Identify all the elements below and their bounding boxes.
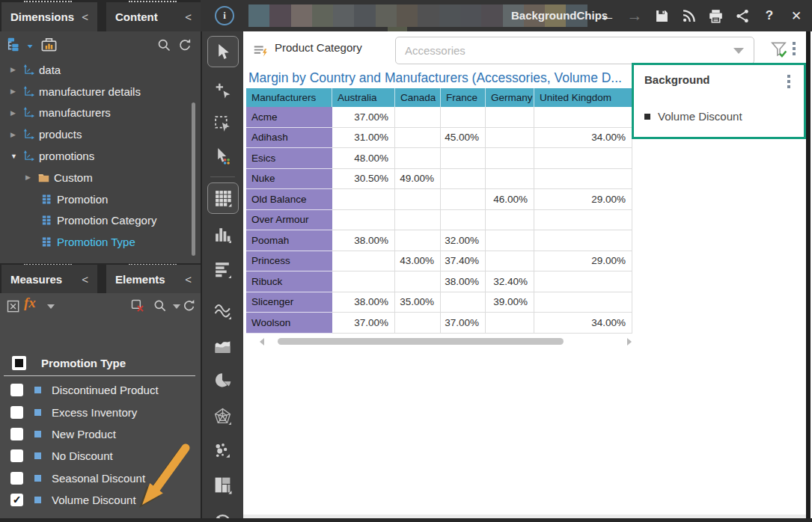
column-header[interactable]: France (441, 88, 486, 107)
row-header[interactable]: Slicenger (246, 292, 332, 313)
collapse-chevron-icon[interactable]: < (82, 10, 88, 23)
highlight-select-tool[interactable] (207, 141, 237, 171)
tab-dimensions[interactable]: Dimensions < (1, 2, 97, 31)
element-item-seasonal-discount[interactable]: Seasonal Discount (0, 467, 201, 489)
close-icon[interactable]: ✕ (787, 6, 805, 25)
table-cell[interactable]: 37.00% (332, 107, 395, 128)
table-cell[interactable] (332, 251, 395, 272)
table-cell[interactable] (486, 148, 534, 169)
table-cell[interactable] (441, 292, 486, 313)
row-header[interactable]: Over Armour (246, 210, 332, 231)
tree-item-products[interactable]: ▶products (0, 123, 192, 145)
save-icon[interactable] (653, 6, 671, 25)
chevron-down-icon[interactable] (733, 48, 744, 54)
table-cell[interactable]: 46.00% (486, 189, 534, 210)
table-cell[interactable]: 30.50% (332, 169, 395, 190)
table-cell[interactable] (395, 271, 441, 292)
legend-item[interactable]: Volume Discount (644, 110, 742, 123)
table-cell[interactable]: 38.00% (332, 230, 395, 251)
tree-scrollbar[interactable] (192, 102, 195, 256)
table-cell[interactable]: 29.00% (534, 251, 632, 272)
tab-measures[interactable]: Measures < (1, 265, 97, 293)
table-cell[interactable]: 37.40% (441, 251, 486, 272)
table-cell[interactable] (534, 271, 632, 292)
dropdown-caret-icon[interactable] (173, 304, 180, 309)
checkbox[interactable] (10, 428, 23, 440)
row-header[interactable]: Esics (246, 148, 332, 169)
help-icon[interactable]: ? (760, 6, 778, 25)
row-header[interactable]: Ribuck (246, 271, 332, 292)
element-item-volume-discount[interactable]: Volume Discount (0, 489, 201, 511)
table-cell[interactable] (441, 169, 486, 190)
table-cell[interactable] (534, 169, 632, 190)
table-cell[interactable] (486, 128, 534, 149)
table-cell[interactable] (534, 148, 632, 169)
table-cell[interactable]: 29.00% (534, 189, 632, 210)
hierarchy-icon[interactable] (6, 37, 22, 56)
clear-filter-icon[interactable] (130, 298, 145, 316)
checkbox[interactable] (10, 449, 23, 462)
checkbox[interactable] (10, 472, 23, 485)
collapse-chevron-icon[interactable]: < (82, 273, 88, 286)
formula-fx-icon[interactable]: fx (24, 295, 36, 311)
tab-content[interactable]: Content < (106, 2, 201, 31)
table-cell[interactable] (441, 148, 486, 169)
table-cell[interactable]: 32.00% (441, 230, 486, 251)
element-item-no-discount[interactable]: No Discount (0, 445, 201, 467)
element-item-discontinued-product[interactable]: Discontinued Product (0, 379, 201, 401)
product-category-combobox[interactable]: Accessories (395, 37, 754, 64)
deselect-box-icon[interactable] (6, 299, 21, 317)
pointer-tool[interactable] (207, 36, 239, 67)
dropdown-caret-icon[interactable] (47, 304, 55, 309)
table-cell[interactable] (395, 148, 441, 169)
table-cell[interactable] (441, 210, 486, 231)
row-header[interactable]: Adihash (246, 128, 332, 149)
table-cell[interactable] (534, 230, 632, 251)
scroll-right-icon[interactable] (627, 338, 632, 346)
row-header[interactable]: Acme (246, 107, 332, 128)
grid-visual-tool[interactable] (207, 182, 239, 214)
expand-caret-icon[interactable]: ▶ (10, 66, 22, 73)
table-cell[interactable] (395, 313, 441, 334)
element-item-new-product[interactable]: New Product (0, 423, 201, 445)
table-cell[interactable] (534, 292, 632, 313)
column-header[interactable]: Australia (332, 88, 395, 107)
table-cell[interactable] (534, 107, 632, 128)
table-cell[interactable] (332, 210, 395, 231)
checkbox[interactable] (10, 384, 23, 396)
table-cell[interactable] (486, 251, 534, 272)
table-cell[interactable] (395, 107, 441, 128)
table-cell[interactable]: 39.00% (486, 292, 534, 313)
kebab-menu-icon[interactable] (793, 42, 796, 58)
tree-item-promotion-type[interactable]: Promotion Type (0, 231, 192, 253)
collapse-chevron-icon[interactable]: < (185, 10, 192, 23)
table-cell[interactable] (534, 210, 632, 231)
info-icon[interactable]: i (215, 6, 234, 25)
element-item-excess-inventory[interactable]: Excess Inventory (0, 401, 201, 423)
table-cell[interactable]: 35.00% (395, 292, 441, 313)
table-cell[interactable] (332, 271, 395, 292)
data-feed-icon[interactable] (680, 6, 697, 25)
select-all-checkbox[interactable] (12, 356, 26, 370)
expand-caret-icon[interactable]: ▶ (10, 87, 22, 95)
column-header[interactable]: Manufacturers (246, 88, 332, 107)
table-cell[interactable] (486, 230, 534, 251)
column-header[interactable]: United Kingdom (534, 88, 632, 107)
search-icon[interactable] (156, 37, 172, 56)
scroll-left-icon[interactable] (260, 338, 264, 346)
table-cell[interactable]: 31.00% (332, 128, 395, 149)
tree-item-promotions[interactable]: ▼promotions (0, 145, 192, 167)
table-cell[interactable]: 38.00% (441, 271, 486, 292)
row-header[interactable]: Woolson (246, 313, 332, 334)
table-cell[interactable] (395, 189, 441, 210)
tab-elements[interactable]: Elements < (106, 265, 201, 293)
table-cell[interactable] (395, 128, 441, 149)
table-cell[interactable]: 37.00% (332, 313, 395, 334)
expand-caret-icon[interactable]: ▶ (25, 174, 37, 181)
dropdown-caret-icon[interactable] (25, 40, 34, 54)
pie-chart-tool[interactable] (207, 365, 237, 395)
refresh-icon[interactable] (177, 37, 193, 56)
forward-arrow-icon[interactable]: → (626, 6, 644, 25)
add-point-tool[interactable] (207, 75, 237, 105)
expand-caret-icon[interactable]: ▶ (10, 109, 22, 117)
